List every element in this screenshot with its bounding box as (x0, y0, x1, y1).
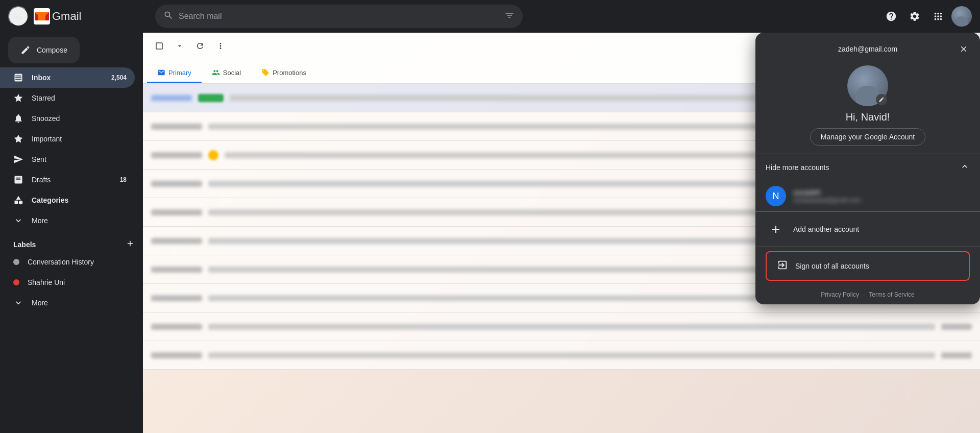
panel-divider-3 (755, 247, 980, 247)
sent-label: Sent (32, 155, 46, 163)
email-subject (208, 324, 935, 330)
panel-avatar-section: Hi, Navid! Manage your Google Account (755, 61, 980, 154)
email-sender (151, 181, 202, 187)
footer-separator: · (863, 291, 865, 298)
settings-button[interactable] (904, 6, 925, 27)
add-account-label: Add another account (793, 225, 859, 233)
inbox-label: Inbox (32, 74, 51, 82)
email-sender (151, 267, 202, 273)
sidebar-item-conversation-history[interactable]: Conversation History (0, 252, 135, 272)
drafts-badge: 18 (120, 176, 127, 183)
main-content: Primary Social Promotions (143, 33, 980, 433)
topbar-right (881, 6, 972, 27)
sidebar-item-important[interactable]: Important (0, 129, 135, 149)
email-sender (151, 209, 202, 215)
label-dot-shahrie-uni (13, 279, 19, 285)
sidebar-item-drafts[interactable]: Drafts 18 (0, 170, 135, 190)
account-avatar-button[interactable] (951, 6, 972, 27)
filter-icon[interactable] (504, 10, 514, 22)
email-sender (151, 124, 202, 130)
sidebar-item-sent[interactable]: Sent (0, 149, 135, 170)
important-label: Important (32, 135, 62, 143)
account-initial-letter: N (773, 191, 779, 202)
tab-social[interactable]: Social (202, 63, 251, 83)
body: Compose Inbox 2,504 Starred Snoozed Imp (0, 33, 980, 433)
drafts-label: Drafts (32, 176, 51, 184)
sidebar-item-more-nav[interactable]: More (0, 210, 135, 231)
hide-accounts-row[interactable]: Hide more accounts (755, 154, 980, 181)
email-sender (151, 295, 202, 301)
email-date (941, 352, 972, 358)
refresh-button[interactable] (192, 38, 208, 54)
email-sender (151, 238, 202, 244)
svg-rect-2 (15, 201, 18, 204)
signout-icon (777, 259, 788, 273)
search-input[interactable] (179, 12, 499, 21)
menu-button[interactable] (8, 6, 29, 27)
account-initial: N (766, 186, 786, 206)
gmail-logo-text: Gmail (52, 10, 81, 23)
select-checkbox-button[interactable] (151, 38, 167, 54)
apps-button[interactable] (928, 6, 948, 27)
label-dot-conversation-history (13, 259, 19, 265)
tab-primary-label: Primary (168, 69, 191, 77)
account-avatar (951, 6, 972, 27)
panel-footer: Privacy Policy · Terms of Service (755, 285, 980, 304)
conversation-history-label: Conversation History (28, 258, 94, 266)
compose-label: Compose (37, 46, 67, 54)
email-subject (208, 352, 935, 358)
compose-button[interactable]: Compose (8, 37, 80, 63)
tab-promotions-label: Promotions (273, 69, 306, 77)
manage-account-button[interactable]: Manage your Google Account (810, 128, 925, 146)
topbar: Gmail (0, 0, 980, 33)
signout-label: Sign out of all accounts (795, 262, 869, 270)
sidebar-item-starred[interactable]: Starred (0, 88, 135, 108)
signout-row[interactable]: Sign out of all accounts (766, 251, 970, 281)
sidebar-item-snoozed[interactable]: Snoozed (0, 108, 135, 129)
labels-title: Labels (13, 240, 36, 249)
more-nav-label: More (32, 216, 48, 225)
account-info: oozadeh navi●●●●●●@gmail.com (793, 188, 970, 204)
svg-point-1 (19, 201, 23, 205)
categories-label: Categories (32, 196, 68, 204)
shahrie-uni-label: Shahrie Uni (28, 278, 65, 286)
add-label-button[interactable] (126, 239, 135, 250)
sidebar: Compose Inbox 2,504 Starred Snoozed Imp (0, 33, 143, 433)
privacy-policy-link[interactable]: Privacy Policy (821, 291, 859, 298)
panel-greeting: Hi, Navid! (846, 111, 890, 123)
add-account-row[interactable]: Add another account (755, 212, 980, 247)
app: Gmail (0, 0, 980, 433)
tab-primary[interactable]: Primary (147, 63, 202, 83)
email-sender (151, 152, 202, 158)
sidebar-item-shahrie-uni[interactable]: Shahrie Uni (0, 272, 135, 293)
gmail-logo: Gmail (34, 8, 81, 25)
email-row[interactable] (143, 312, 980, 341)
starred-label: Starred (32, 94, 55, 102)
tab-promotions[interactable]: Promotions (251, 63, 316, 83)
account-email: navi●●●●●●@gmail.com (793, 197, 970, 204)
search-icon (163, 10, 174, 22)
topbar-left: Gmail (8, 6, 151, 27)
sidebar-item-inbox[interactable]: Inbox 2,504 (0, 67, 135, 88)
tab-social-label: Social (223, 69, 241, 77)
manage-account-label: Manage your Google Account (821, 133, 915, 141)
chevron-up-icon (960, 161, 970, 174)
inbox-badge: 2,504 (111, 74, 127, 81)
select-dropdown-button[interactable] (172, 38, 188, 54)
sidebar-item-categories[interactable]: Categories (0, 190, 135, 210)
account-item[interactable]: N oozadeh navi●●●●●●@gmail.com (755, 181, 980, 211)
panel-close-button[interactable] (955, 41, 972, 57)
hide-accounts-label: Hide more accounts (766, 163, 829, 172)
email-row[interactable] (143, 341, 980, 370)
snoozed-label: Snoozed (32, 114, 60, 123)
account-panel: zadeh@gmail.com Hi, Navid! M (755, 33, 980, 304)
labels-section-title: Labels (0, 231, 143, 252)
terms-of-service-link[interactable]: Terms of Service (869, 291, 914, 298)
sidebar-item-more-labels[interactable]: More (0, 293, 135, 313)
email-sender (151, 324, 202, 330)
help-button[interactable] (881, 6, 901, 27)
panel-avatar-edit-button[interactable] (876, 94, 887, 105)
search-bar (155, 5, 523, 28)
add-account-icon (766, 219, 786, 239)
more-toolbar-button[interactable] (212, 38, 229, 54)
